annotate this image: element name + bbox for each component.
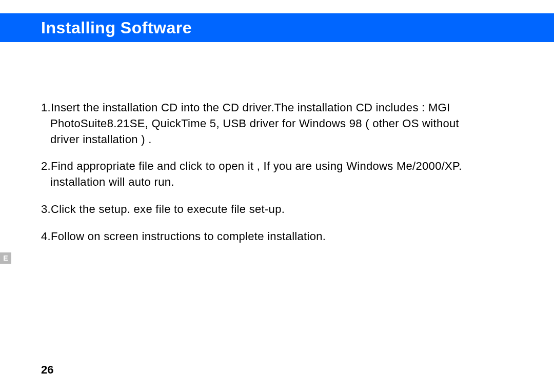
side-tab: E xyxy=(0,252,11,264)
header-band: Installing Software xyxy=(0,13,554,42)
instruction-text: driver installation ) . xyxy=(41,132,523,148)
instruction-text: installation will auto run. xyxy=(41,174,523,190)
content-area: 1.Insert the installation CD into the CD… xyxy=(41,100,523,256)
page-number: 26 xyxy=(41,363,53,377)
instruction-4: 4.Follow on screen instructions to compl… xyxy=(41,229,523,245)
page-title: Installing Software xyxy=(41,18,192,37)
instruction-2: 2.Find appropriate file and click to ope… xyxy=(41,159,523,190)
instruction-1: 1.Insert the installation CD into the CD… xyxy=(41,100,523,147)
instruction-text: PhotoSuite8.21SE, QuickTime 5, USB drive… xyxy=(41,116,523,132)
instruction-3: 3.Click the setup. exe file to execute f… xyxy=(41,202,523,218)
instruction-text: 1.Insert the installation CD into the CD… xyxy=(41,100,523,116)
instruction-text: 2.Find appropriate file and click to ope… xyxy=(41,159,523,174)
